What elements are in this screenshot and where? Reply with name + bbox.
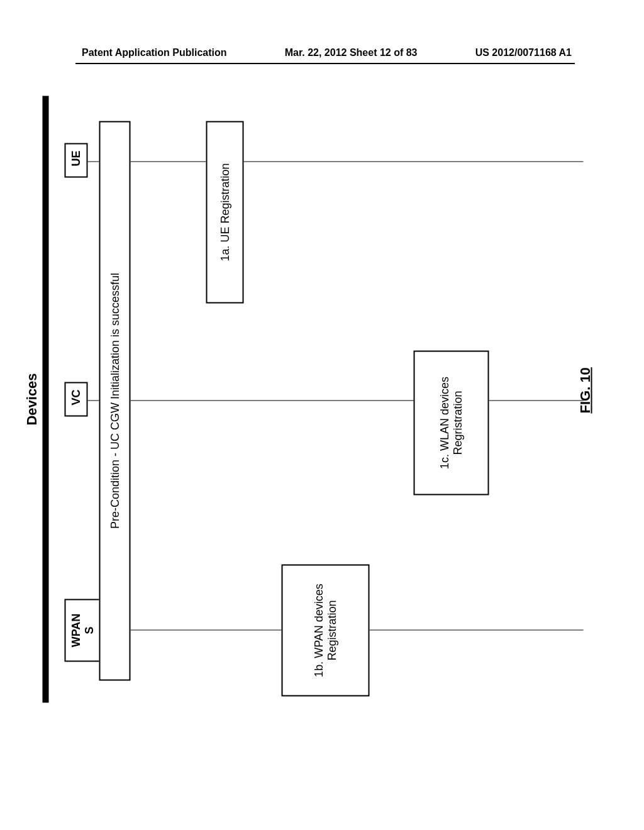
figure-label: FIG. 10 bbox=[577, 367, 594, 413]
figure-diagram: Devices WPAN S VC UE Pre-Condition - UC … bbox=[30, 203, 609, 596]
devices-bar bbox=[43, 96, 49, 703]
devices-title: Devices bbox=[24, 373, 40, 425]
header-right: US 2012/0071168 A1 bbox=[475, 47, 572, 58]
device-ue: UE bbox=[65, 143, 88, 178]
wpan-registration-box: 1b. WPAN devices Registration bbox=[282, 565, 370, 697]
precondition-box: Pre-Condition - UC CGW Initialization is… bbox=[99, 121, 131, 681]
device-wpans: WPAN S bbox=[65, 599, 101, 662]
header-divider bbox=[75, 63, 575, 64]
wlan-registration-box: 1c. WLAN devices Regristration bbox=[414, 351, 489, 495]
ue-registration-box: 1a. UE Registration bbox=[206, 121, 244, 304]
header-left: Patent Application Publication bbox=[82, 47, 227, 58]
device-vc: VC bbox=[65, 382, 88, 417]
header-center: Mar. 22, 2012 Sheet 12 of 83 bbox=[285, 47, 418, 58]
lifeline-ue bbox=[87, 162, 584, 162]
lifeline-vc bbox=[87, 401, 584, 401]
